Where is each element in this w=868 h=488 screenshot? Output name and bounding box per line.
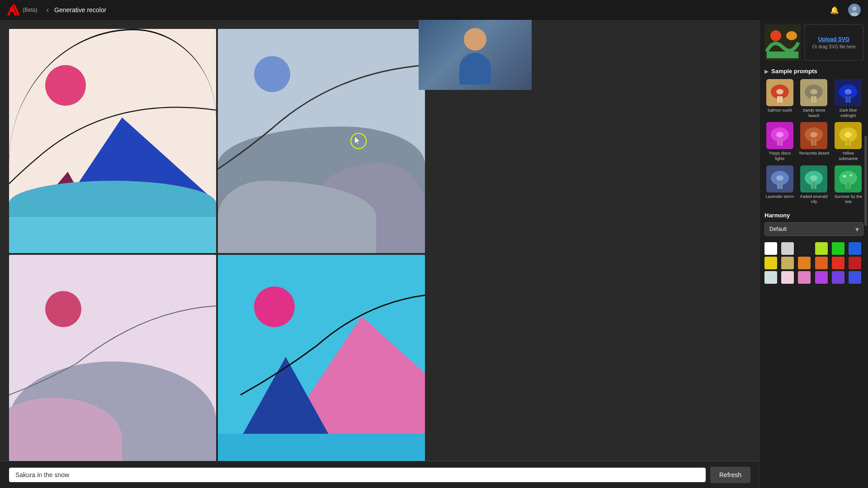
back-button[interactable]: ‹ xyxy=(47,6,49,14)
prompt-label-6: Yellow submarine xyxy=(833,151,863,161)
svg-point-39 xyxy=(776,175,783,181)
swatch-orange-red[interactable] xyxy=(815,257,828,269)
prompt-label-7: Lavender storm xyxy=(766,194,794,200)
prompt-item-1[interactable]: Salmon sushi xyxy=(764,79,795,118)
svg-point-34 xyxy=(844,132,852,137)
upload-svg-label: Upload SVG xyxy=(818,36,849,42)
generated-image-2[interactable] xyxy=(218,29,425,253)
outline-curve-4 xyxy=(218,255,425,479)
person-body xyxy=(459,53,491,84)
outline-curve-2 xyxy=(218,29,425,253)
generated-image-3[interactable] xyxy=(9,255,216,479)
harmony-label: Harmony xyxy=(764,212,863,219)
svg-point-49 xyxy=(843,175,846,178)
notifications-icon[interactable]: 🔔 xyxy=(828,4,841,16)
generated-image-1[interactable] xyxy=(9,29,216,253)
adobe-logo-icon xyxy=(7,4,20,16)
color-swatches xyxy=(764,242,863,284)
swatch-tan[interactable] xyxy=(781,257,794,269)
top-bar: (Beta) ‹ Generative recolor 🔔 xyxy=(0,0,868,20)
swatch-light-cyan[interactable] xyxy=(764,271,777,284)
svg-point-9 xyxy=(776,89,783,94)
prompt-label-4: Trippy disco lights xyxy=(764,151,795,161)
prompt-item-2[interactable]: Sandy stone beach xyxy=(799,79,830,118)
person-head xyxy=(464,28,486,51)
prompts-grid: Salmon sushi Sandy stone beach xyxy=(764,79,863,205)
prompt-label-8: Faded emerald city xyxy=(799,194,830,205)
prompt-item-4[interactable]: Trippy disco lights xyxy=(764,122,795,161)
prompt-item-5[interactable]: Terracotta desert xyxy=(799,122,830,161)
svg-point-1 xyxy=(852,6,857,11)
swatch-orange[interactable] xyxy=(798,257,811,269)
generated-image-4[interactable] xyxy=(218,255,425,479)
svg-point-50 xyxy=(849,174,852,176)
prompt-thumb-9 xyxy=(835,165,862,192)
prompt-item-7[interactable]: Lavender storm xyxy=(764,165,795,205)
canvas-area xyxy=(0,20,760,488)
prompt-label-9: Summer by the sea xyxy=(833,194,863,205)
user-avatar[interactable] xyxy=(848,4,861,16)
image-grid xyxy=(9,29,425,479)
svg-point-4 xyxy=(770,30,781,41)
swatch-green[interactable] xyxy=(832,242,844,255)
prompt-thumb-3 xyxy=(835,79,862,106)
scrollbar[interactable] xyxy=(864,136,867,226)
prompt-thumb-8 xyxy=(800,165,827,192)
swatch-dark-red[interactable] xyxy=(849,257,861,269)
swatch-blue[interactable] xyxy=(849,242,861,255)
upload-sub-label: Or drag SVG file here xyxy=(812,44,855,49)
swatch-dark[interactable] xyxy=(798,242,811,255)
prompt-item-8[interactable]: Faded emerald city xyxy=(799,165,830,205)
svg-point-5 xyxy=(786,31,797,40)
swatch-pink[interactable] xyxy=(798,271,811,284)
prompt-input[interactable] xyxy=(9,468,706,482)
cursor-indicator xyxy=(350,133,367,149)
svg-point-44 xyxy=(810,175,817,181)
chevron-icon: ▶ xyxy=(764,68,769,75)
person-silhouette xyxy=(457,28,493,82)
swatch-light-pink[interactable] xyxy=(781,271,794,284)
sample-prompts-title: Sample prompts xyxy=(771,68,817,75)
prompt-item-9[interactable]: Summer by the sea xyxy=(833,165,863,205)
prompt-label-3: Dark blue midnight xyxy=(833,108,863,118)
prompt-label-2: Sandy stone beach xyxy=(799,108,830,118)
prompt-thumb-6 xyxy=(835,122,862,149)
outline-curve-3 xyxy=(9,255,216,479)
svg-thumbnail xyxy=(764,24,801,61)
sample-prompts-header[interactable]: ▶ Sample prompts xyxy=(764,68,863,75)
svg-point-14 xyxy=(810,89,817,94)
prompt-label-5: Terracotta desert xyxy=(799,151,830,156)
swatch-yellow-green[interactable] xyxy=(815,242,828,255)
swatch-purple[interactable] xyxy=(815,271,828,284)
refresh-button[interactable]: Refresh xyxy=(710,467,750,483)
swatch-yellow[interactable] xyxy=(764,257,777,269)
outline-curve-1 xyxy=(9,29,216,253)
prompt-label-1: Salmon sushi xyxy=(768,108,792,113)
svg-point-19 xyxy=(844,89,852,94)
swatch-indigo[interactable] xyxy=(849,271,861,284)
prompt-thumb-7 xyxy=(766,165,793,192)
prompt-thumb-1 xyxy=(766,79,793,106)
prompt-item-3[interactable]: Dark blue midnight xyxy=(833,79,863,118)
swatch-violet[interactable] xyxy=(832,271,844,284)
prompt-thumb-5 xyxy=(800,122,827,149)
svg-point-29 xyxy=(810,132,817,137)
top-bar-actions: 🔔 xyxy=(828,4,861,16)
app-title: Generative recolor xyxy=(54,6,106,14)
swatch-white[interactable] xyxy=(764,242,777,255)
upload-svg-button[interactable]: Upload SVG Or drag SVG file here xyxy=(804,24,863,61)
swatch-red[interactable] xyxy=(832,257,844,269)
webcam-area xyxy=(419,20,532,90)
beta-label: (Beta) xyxy=(23,7,38,13)
main-layout: Upload SVG Or drag SVG file here ▶ Sampl… xyxy=(0,20,868,488)
svg-point-24 xyxy=(776,132,783,137)
harmony-select-wrap[interactable]: Default Complementary Analogous Triadic … xyxy=(764,222,863,236)
bottom-bar: Refresh xyxy=(0,461,760,488)
prompt-thumb-2 xyxy=(800,79,827,106)
webcam-feed xyxy=(419,20,532,90)
prompt-thumb-4 xyxy=(766,122,793,149)
prompt-item-6[interactable]: Yellow submarine xyxy=(833,122,863,161)
right-panel: Upload SVG Or drag SVG file here ▶ Sampl… xyxy=(760,20,868,488)
harmony-select[interactable]: Default Complementary Analogous Triadic … xyxy=(764,222,863,236)
swatch-light-gray[interactable] xyxy=(781,242,794,255)
